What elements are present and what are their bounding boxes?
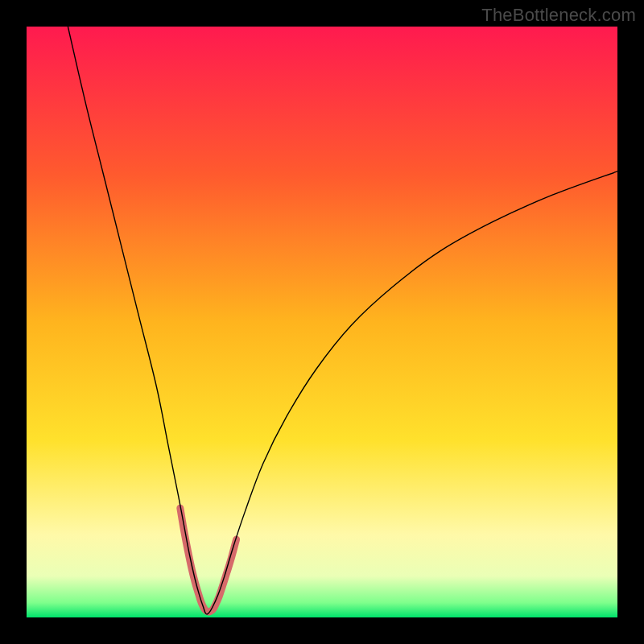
chart-frame: TheBottleneck.com	[0, 0, 644, 644]
plot-area	[27, 27, 617, 617]
watermark-text: TheBottleneck.com	[481, 5, 636, 26]
gradient-background	[27, 27, 617, 617]
chart-svg	[27, 27, 617, 617]
